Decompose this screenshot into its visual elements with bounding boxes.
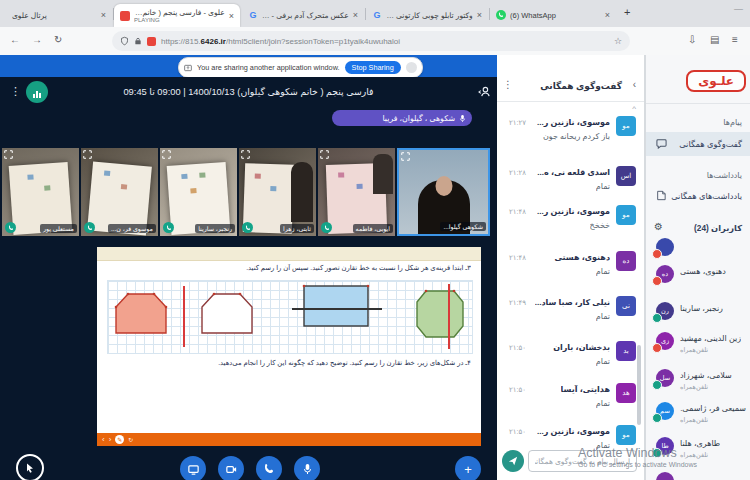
pencil-tool-icon[interactable]: ✎ bbox=[115, 435, 124, 444]
chat-scrollbar[interactable] bbox=[637, 345, 641, 425]
next-slide-icon[interactable]: › bbox=[109, 436, 112, 444]
webcam-tile[interactable]: ایوبی، فاطمه bbox=[318, 148, 395, 236]
microphone-icon bbox=[302, 463, 313, 475]
app-logo-icon bbox=[26, 81, 48, 103]
tab-title: عکس متحرک آدم برفی - Search bbox=[262, 11, 349, 20]
user-device-label: تلفن‌همراه bbox=[680, 346, 708, 354]
message-author: بدخشان، باران bbox=[553, 343, 610, 352]
messages-section-label: پیام‌ها bbox=[723, 118, 742, 127]
talking-indicator[interactable]: شکوهی ، گیلوان، فریبا bbox=[332, 110, 472, 126]
send-icon bbox=[508, 456, 518, 466]
tab-title: پرتال علوی bbox=[12, 11, 97, 20]
window-controls[interactable]: — bbox=[734, 4, 743, 14]
downloads-icon[interactable]: ⇩ bbox=[688, 34, 696, 45]
close-icon[interactable]: × bbox=[605, 10, 610, 20]
message-author: موسوی، نازنین ر... bbox=[537, 207, 610, 216]
scroll-up-icon[interactable]: ^ bbox=[632, 104, 636, 113]
webcam-tile[interactable]: مستعلی پور bbox=[2, 148, 79, 236]
message-author: هدایتی، آیسا bbox=[561, 385, 610, 394]
collapse-chat-icon[interactable]: ‹ bbox=[633, 79, 636, 90]
fullscreen-icon[interactable] bbox=[162, 150, 171, 159]
user-row[interactable]: سل سلامی، شهرزاد تلفن‌همراه bbox=[646, 367, 750, 401]
chat-message: ده دهنوی، هستی ۲۱:۴۸ تمام bbox=[501, 251, 636, 291]
close-icon[interactable]: × bbox=[353, 10, 358, 20]
close-icon[interactable]: × bbox=[477, 10, 482, 20]
avatar bbox=[656, 472, 674, 480]
tab-title: علوی - فارسی پنجم ( خانم شکوهی... bbox=[134, 8, 225, 17]
message-author: نیلی کار، صبا ساد... bbox=[535, 298, 610, 307]
forward-button[interactable]: → bbox=[32, 34, 42, 45]
webcam-tile[interactable]: ثابتی، زهرا bbox=[239, 148, 316, 236]
sidebar-item-public-chat[interactable]: گفت‌وگوی همگانی bbox=[646, 132, 750, 156]
hand-cursor-icon bbox=[24, 462, 36, 474]
chat-message: نی نیلی کار، صبا ساد... ۲۱:۴۹ تمام bbox=[501, 296, 636, 336]
prev-slide-icon[interactable]: ‹ bbox=[102, 436, 105, 444]
fullscreen-icon[interactable] bbox=[401, 152, 410, 161]
library-icon[interactable]: ▤ bbox=[710, 34, 719, 45]
url-field[interactable]: https://815.6426.ir/html5client/join?ses… bbox=[112, 31, 630, 51]
user-row[interactable]: سم سمیعی فر، ژاسمی... تلفن‌همراه bbox=[646, 400, 750, 434]
fullscreen-icon[interactable] bbox=[4, 150, 13, 159]
tab-portal[interactable]: پرتال علوی × bbox=[6, 4, 112, 26]
webcam-tile[interactable]: رنجبر، سارینا bbox=[160, 148, 237, 236]
bbb-favicon-icon bbox=[147, 37, 156, 46]
sidebar-item-shared-notes[interactable]: یادداشت‌های همگانی bbox=[646, 185, 750, 207]
fullscreen-icon[interactable] bbox=[241, 150, 250, 159]
status-badge bbox=[652, 343, 662, 353]
back-button[interactable]: ← bbox=[10, 34, 20, 45]
presentation-slide[interactable]: ۳ـ ابتدا قرینه‌ی هر شکل را نسبت به خط تق… bbox=[97, 247, 481, 446]
user-row[interactable]: زی زین الدینی، مهشید تلفن‌همراه bbox=[646, 330, 750, 364]
manage-users-icon[interactable] bbox=[478, 85, 491, 98]
user-row[interactable]: طا طاهری، هلنا تلفن‌همراه bbox=[646, 435, 750, 469]
message-text: خخخخ bbox=[590, 221, 610, 230]
fullscreen-icon[interactable] bbox=[320, 150, 329, 159]
lock-icon[interactable] bbox=[134, 36, 142, 46]
user-row[interactable]: رن رنجبر، سارینا bbox=[646, 300, 750, 334]
options-kebab-icon[interactable]: ⋮ bbox=[10, 85, 21, 98]
message-text: تمام bbox=[596, 182, 610, 191]
user-device-label: تلفن‌همراه bbox=[680, 383, 708, 391]
new-tab-button[interactable]: + bbox=[624, 6, 630, 18]
user-name: زین الدینی، مهشید bbox=[680, 334, 741, 343]
alavi-favicon-icon bbox=[120, 11, 130, 21]
zoom-reset-icon[interactable]: ↻ bbox=[128, 436, 133, 444]
tab-whatsapp[interactable]: (6) WhatsApp × bbox=[490, 4, 616, 26]
chat-message-input[interactable] bbox=[528, 450, 637, 472]
close-icon[interactable]: × bbox=[229, 11, 234, 21]
screenshare-button[interactable] bbox=[180, 456, 206, 480]
send-message-button[interactable] bbox=[502, 450, 524, 472]
hide-notification-button[interactable] bbox=[406, 62, 417, 73]
raise-hand-button[interactable] bbox=[16, 454, 44, 480]
actions-button[interactable]: + bbox=[455, 456, 481, 480]
stop-sharing-button[interactable]: Stop Sharing bbox=[345, 61, 401, 74]
tab-search-1[interactable]: G عکس متحرک آدم برفی - Search × bbox=[242, 4, 364, 26]
webcam-button[interactable] bbox=[218, 456, 244, 480]
avatar: بد bbox=[616, 341, 636, 361]
bookmark-star-icon[interactable]: ☆ bbox=[614, 36, 622, 46]
gear-icon[interactable]: ⚙ bbox=[654, 221, 663, 232]
sharing-notification: You are sharing another application wind… bbox=[178, 57, 423, 78]
tab-search-2[interactable]: G وکتور تابلو چوبی کارتونی - Search × bbox=[366, 4, 488, 26]
webcam-tile[interactable]: موسوی فر، ن... bbox=[81, 148, 158, 236]
close-icon[interactable]: × bbox=[101, 10, 106, 20]
user-row-partial[interactable] bbox=[646, 238, 750, 256]
user-row[interactable]: ده دهنوی، هستی bbox=[646, 263, 750, 297]
sidebar-item-label: یادداشت‌های همگانی bbox=[671, 191, 742, 201]
menu-icon[interactable]: ≡ bbox=[732, 34, 738, 45]
tab-title: (6) WhatsApp bbox=[510, 11, 601, 20]
tab-class-active[interactable]: علوی - فارسی پنجم ( خانم شکوهی... PLAYIN… bbox=[114, 4, 240, 27]
worksheet-question-2: ۴ـ در شکل‌های زیر، خط تقارن را رسم کنید.… bbox=[121, 359, 471, 367]
user-row-partial[interactable] bbox=[646, 470, 750, 480]
message-time: ۲۱:۵۰ bbox=[509, 428, 526, 436]
microphone-button[interactable] bbox=[294, 456, 320, 480]
chat-options-kebab-icon[interactable]: ⋮ bbox=[503, 79, 513, 90]
avatar: ده bbox=[616, 251, 636, 271]
phone-icon bbox=[321, 222, 332, 233]
webcam-tile-active-speaker[interactable]: شکوهی گیلوا... bbox=[397, 148, 490, 236]
message-text: تمام bbox=[596, 399, 610, 408]
audio-button[interactable] bbox=[256, 456, 282, 480]
microphone-icon bbox=[459, 114, 466, 123]
shield-icon[interactable] bbox=[120, 36, 129, 46]
fullscreen-icon[interactable] bbox=[83, 150, 92, 159]
reload-button[interactable]: ↻ bbox=[54, 34, 62, 45]
